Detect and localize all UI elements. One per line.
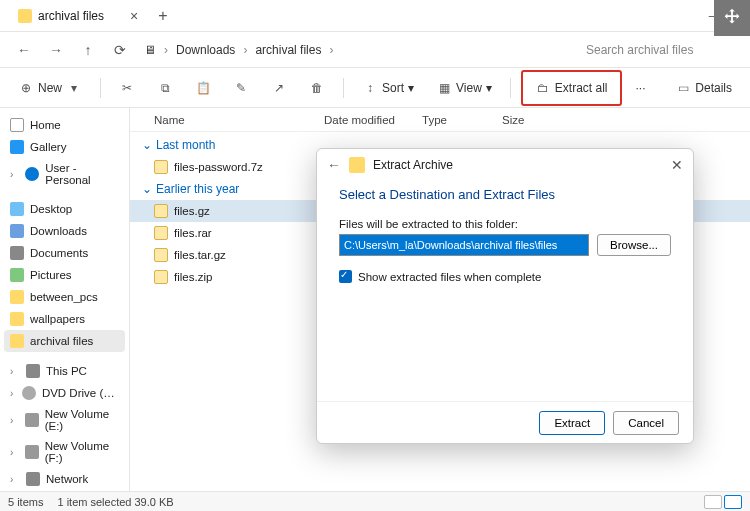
chevron-right-icon: › xyxy=(329,43,333,57)
folder-icon xyxy=(18,9,32,23)
col-name[interactable]: Name xyxy=(154,114,324,126)
cloud-icon xyxy=(25,167,39,181)
sidebar-item-downloads[interactable]: Downloads xyxy=(4,220,125,242)
extract-dialog: ← Extract Archive ✕ Select a Destination… xyxy=(316,148,694,444)
sidebar-item-drive-f[interactable]: ›New Volume (F:) xyxy=(4,436,125,468)
folder-icon xyxy=(349,157,365,173)
chevron-down-icon: ⌄ xyxy=(142,138,152,152)
sort-button[interactable]: ↕Sort▾ xyxy=(354,74,422,102)
sidebar-item-gallery[interactable]: Gallery xyxy=(4,136,125,158)
sort-icon: ↕ xyxy=(362,80,378,96)
trash-icon: 🗑 xyxy=(309,80,325,96)
search-input[interactable]: Search archival files xyxy=(580,38,740,62)
status-selection: 1 item selected 39.0 KB xyxy=(57,496,173,508)
sidebar-item-network[interactable]: ›Network xyxy=(4,468,125,490)
extract-button[interactable]: Extract xyxy=(539,411,605,435)
separator xyxy=(100,78,101,98)
pc-icon xyxy=(26,364,40,378)
sidebar-item-pictures[interactable]: Pictures xyxy=(4,264,125,286)
sidebar-item-desktop[interactable]: Desktop xyxy=(4,198,125,220)
rename-icon: ✎ xyxy=(233,80,249,96)
status-count: 5 items xyxy=(8,496,43,508)
more-button[interactable]: ··· xyxy=(628,74,654,102)
copy-button[interactable]: ⧉ xyxy=(149,74,181,102)
view-details-toggle[interactable] xyxy=(724,495,742,509)
destination-input[interactable]: C:\Users\m_la\Downloads\archival files\f… xyxy=(339,234,589,256)
separator xyxy=(510,78,511,98)
details-button[interactable]: ▭Details xyxy=(667,74,740,102)
drive-icon xyxy=(25,445,39,459)
new-button[interactable]: ⊕New▾ xyxy=(10,74,90,102)
documents-icon xyxy=(10,246,24,260)
copy-icon: ⧉ xyxy=(157,80,173,96)
show-files-checkbox[interactable]: Show extracted files when complete xyxy=(339,270,671,283)
sidebar-item-linux[interactable]: ›Linux xyxy=(4,490,125,491)
extract-icon: 🗀 xyxy=(535,80,551,96)
sidebar-item-documents[interactable]: Documents xyxy=(4,242,125,264)
view-list-toggle[interactable] xyxy=(704,495,722,509)
col-date[interactable]: Date modified xyxy=(324,114,422,126)
paste-button[interactable]: 📋 xyxy=(187,74,219,102)
view-button[interactable]: ▦View▾ xyxy=(428,74,500,102)
sidebar-item-betweenpcs[interactable]: between_pcs xyxy=(4,286,125,308)
sidebar-item-archival[interactable]: archival files xyxy=(4,330,125,352)
rename-button[interactable]: ✎ xyxy=(225,74,257,102)
folder-icon xyxy=(10,290,24,304)
sidebar-item-home[interactable]: Home xyxy=(4,114,125,136)
extract-all-button[interactable]: 🗀Extract all xyxy=(527,74,616,102)
sidebar-item-onedrive[interactable]: ›User - Personal xyxy=(4,158,125,190)
chevron-right-icon: › xyxy=(10,447,19,458)
chevron-right-icon: › xyxy=(10,169,19,180)
desktop-icon xyxy=(10,202,24,216)
sidebar-item-dvd[interactable]: ›DVD Drive (D:) CCCOMA xyxy=(4,382,125,404)
back-button[interactable]: ← xyxy=(10,36,38,64)
chevron-down-icon: ▾ xyxy=(66,80,82,96)
sidebar-item-wallpapers[interactable]: wallpapers xyxy=(4,308,125,330)
delete-button[interactable]: 🗑 xyxy=(301,74,333,102)
crumb-archival[interactable]: archival files xyxy=(255,43,321,57)
folder-icon xyxy=(10,312,24,326)
move-overlay-icon xyxy=(714,0,750,36)
cut-button[interactable]: ✂ xyxy=(111,74,143,102)
share-button[interactable]: ↗ xyxy=(263,74,295,102)
folder-label: Files will be extracted to this folder: xyxy=(339,218,671,230)
gallery-icon xyxy=(10,140,24,154)
share-icon: ↗ xyxy=(271,80,287,96)
sidebar-item-thispc[interactable]: ›This PC xyxy=(4,360,125,382)
chevron-right-icon: › xyxy=(10,388,16,399)
pictures-icon xyxy=(10,268,24,282)
chevron-right-icon: › xyxy=(10,415,19,426)
checkbox-icon xyxy=(339,270,352,283)
cut-icon: ✂ xyxy=(119,80,135,96)
cancel-button[interactable]: Cancel xyxy=(613,411,679,435)
chevron-down-icon: ▾ xyxy=(408,81,414,95)
network-icon xyxy=(26,472,40,486)
col-type[interactable]: Type xyxy=(422,114,502,126)
forward-button[interactable]: → xyxy=(42,36,70,64)
drive-icon xyxy=(25,413,39,427)
archive-icon xyxy=(154,204,168,218)
separator xyxy=(343,78,344,98)
crumb-downloads[interactable]: Downloads xyxy=(176,43,235,57)
dialog-title: Extract Archive xyxy=(373,158,453,172)
dvd-icon xyxy=(22,386,36,400)
up-button[interactable]: ↑ xyxy=(74,36,102,64)
chevron-down-icon: ⌄ xyxy=(142,182,152,196)
col-size[interactable]: Size xyxy=(502,114,562,126)
chevron-right-icon: › xyxy=(10,366,20,377)
new-tab-button[interactable]: + xyxy=(158,7,167,25)
browse-button[interactable]: Browse... xyxy=(597,234,671,256)
close-icon[interactable]: ✕ xyxy=(671,157,683,173)
breadcrumb[interactable]: 🖥 › Downloads › archival files › xyxy=(144,43,576,57)
close-tab-icon[interactable]: × xyxy=(130,8,138,24)
refresh-button[interactable]: ⟳ xyxy=(106,36,134,64)
column-headers[interactable]: Name Date modified Type Size xyxy=(130,108,750,132)
chevron-right-icon: › xyxy=(164,43,168,57)
add-icon: ⊕ xyxy=(18,80,34,96)
sidebar-item-drive-e[interactable]: ›New Volume (E:) xyxy=(4,404,125,436)
tab-title: archival files xyxy=(38,9,104,23)
chevron-down-icon: ▾ xyxy=(486,81,492,95)
back-button[interactable]: ← xyxy=(327,157,341,173)
chevron-right-icon: › xyxy=(243,43,247,57)
window-tab[interactable]: archival files × xyxy=(8,4,148,28)
